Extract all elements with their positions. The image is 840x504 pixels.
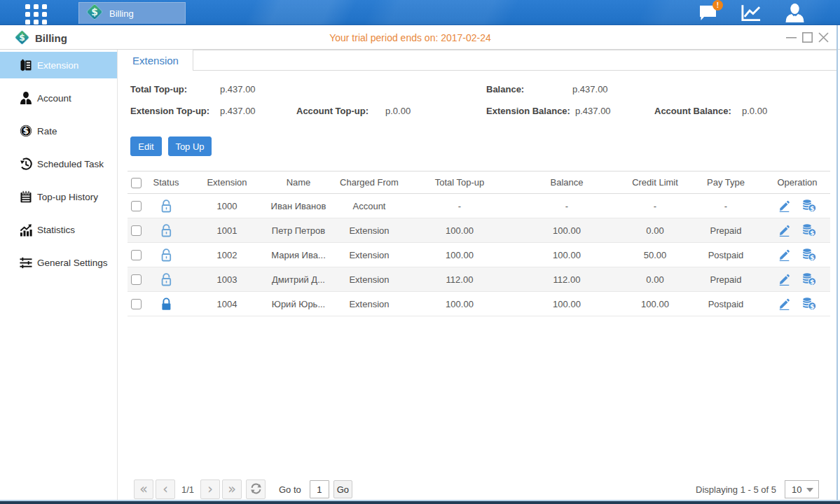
column-header-pay-type[interactable]: Pay Type [687,172,764,194]
edit-pencil-icon[interactable] [778,225,790,237]
column-header-extension[interactable]: Extension [187,172,267,194]
go-button[interactable]: Go [333,480,352,498]
sidebar-item-label: Top-up History [37,192,98,202]
row-checkbox[interactable] [131,250,142,260]
cell-extension: 1000 [187,194,267,218]
cell-pay-type: Postpaid [687,292,764,316]
topup-coins-icon[interactable]: $ [802,200,816,212]
sidebar-item-label: Extension [37,60,78,71]
svg-text:$: $ [810,278,815,286]
topbar-tab-billing[interactable]: $ Billing [78,2,186,24]
sidebar-item-rate[interactable]: $Rate [0,118,117,144]
sidebar-item-top-up-history[interactable]: Top-up History [0,183,117,210]
row-checkbox[interactable] [131,201,142,211]
pagination-bar: « ‹ 1/1 › » Go to Go Displaying 1 - 5 of… [118,479,836,499]
sidebar-item-scheduled-task[interactable]: Scheduled Task [0,150,117,177]
edit-pencil-icon[interactable] [778,249,790,261]
column-header-total-top-up[interactable]: Total Top-up [408,172,511,194]
sidebar-item-label: Statistics [37,225,75,235]
cell-credit-limit: 100.00 [623,292,687,316]
table-row-1000: 1000Иван ИвановAccount---- $ [128,194,830,218]
row-checkbox[interactable] [131,225,142,236]
extension-topup-label: Extension Top-up: [130,106,209,116]
refresh-button[interactable] [246,479,266,499]
cell-credit-limit: 0.00 [623,218,687,243]
cell-charged-from: Extension [330,243,408,267]
balance-label: Balance: [486,84,524,94]
sidebar-item-extension[interactable]: Extension [0,52,117,78]
notification-badge: ! [712,0,723,10]
topup-button[interactable]: Top Up [168,136,212,156]
column-header-name[interactable]: Name [267,172,330,194]
cell-balance: 100.00 [511,292,623,316]
extension-balance-value: p.437.00 [575,106,611,116]
topup-coins-icon[interactable]: $ [802,273,816,286]
next-page-button[interactable]: › [200,479,220,499]
sidebar-item-general-settings[interactable]: General Settings [0,249,117,276]
edit-button[interactable]: Edit [130,136,162,156]
trial-notice: Your trial period ends on: 2017-02-24 [0,32,820,43]
row-checkbox[interactable] [131,299,142,309]
monitor-icon[interactable] [741,2,762,23]
lock-open-icon[interactable] [160,248,172,262]
displaying-text: Displaying 1 - 5 of 5 [696,484,776,495]
maximize-button[interactable] [801,31,813,43]
edit-pencil-icon[interactable] [778,200,790,212]
edit-pencil-icon[interactable] [778,298,790,310]
column-header-charged-from[interactable]: Charged From [330,172,408,194]
desktop-topbar: $ Billing ! [0,0,840,25]
topup-coins-icon[interactable]: $ [802,224,816,237]
general-settings-icon [20,256,32,269]
minimize-button[interactable] [785,31,797,43]
topbar-tab-label: Billing [109,8,134,19]
page-indicator: 1/1 [175,484,200,495]
edit-pencil-icon[interactable] [778,274,790,286]
cell-charged-from: Extension [330,218,408,243]
column-header-balance[interactable]: Balance [511,172,623,194]
first-page-button[interactable]: « [134,479,153,499]
lock-open-icon[interactable] [160,223,172,237]
lock-open-icon[interactable] [160,199,172,213]
svg-text:$: $ [23,126,29,136]
lock-open-icon[interactable] [160,272,172,286]
svg-text:$: $ [810,253,815,261]
lock-closed-icon[interactable] [160,297,172,311]
topup-coins-icon[interactable]: $ [802,298,816,310]
goto-page-input[interactable] [310,480,329,498]
page-size-select[interactable]: 10 [785,480,819,498]
cell-total-topup: - [408,194,511,218]
select-all-checkbox[interactable] [131,178,142,188]
account-balance-value: p.0.00 [742,106,767,116]
apps-grid-icon[interactable] [25,4,48,24]
tab-extension[interactable]: Extension [118,50,193,71]
sidebar-item-statistics[interactable]: Statistics [0,216,117,243]
extension-icon [20,59,32,71]
user-icon[interactable] [784,2,805,23]
column-header-credit-limit[interactable]: Credit Limit [623,172,687,194]
statistics-icon [20,223,32,236]
sidebar-item-account[interactable]: Account [0,85,117,111]
cell-balance: 112.00 [511,267,623,292]
table-row-1002: 1002Мария Ива...Extension100.00100.0050.… [128,243,830,267]
last-page-button[interactable]: » [222,479,242,499]
page-size-value: 10 [792,484,801,495]
column-header-status[interactable]: Status [145,172,187,194]
scheduled-task-icon [20,158,32,170]
topup-coins-icon[interactable]: $ [802,248,816,261]
svg-text:$: $ [810,302,815,310]
row-checkbox[interactable] [131,274,142,285]
svg-text:$: $ [810,229,815,237]
cell-pay-type: Postpaid [687,243,764,267]
close-button[interactable] [818,31,829,43]
messages-icon[interactable]: ! [697,2,718,23]
cell-extension: 1003 [187,267,267,292]
cell-pay-type: Prepaid [687,267,764,292]
table-header-row: StatusExtensionNameCharged FromTotal Top… [128,172,830,194]
cell-name: Петр Петров [267,218,330,243]
cell-balance: 100.00 [511,243,623,267]
tabstrip [193,50,836,71]
prev-page-button[interactable]: ‹ [156,479,175,499]
column-header-operation[interactable]: Operation [764,172,830,194]
cell-name: Мария Ива... [267,243,330,267]
cell-credit-limit: 50.00 [623,243,687,267]
